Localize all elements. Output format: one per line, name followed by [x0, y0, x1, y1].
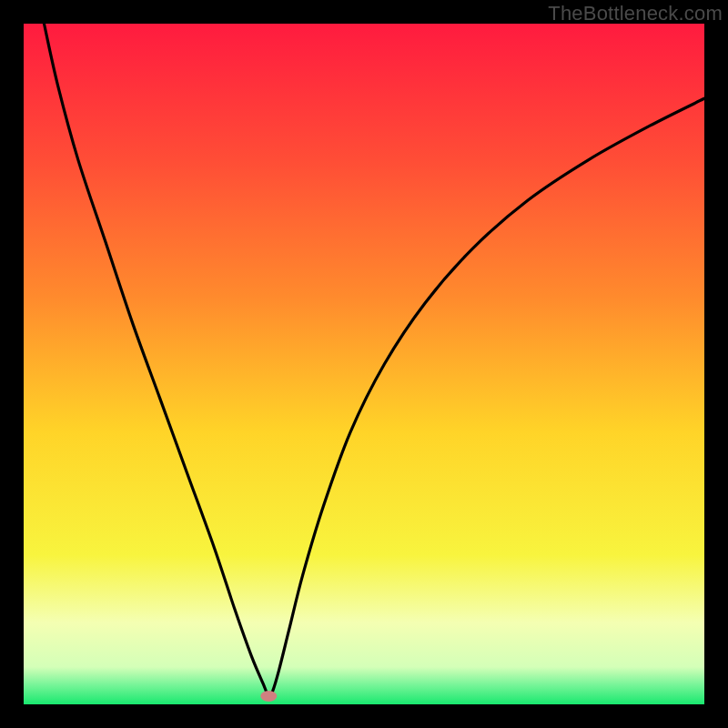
chart-frame — [24, 24, 704, 704]
watermark-text: TheBottleneck.com — [548, 2, 723, 25]
bottleneck-chart — [24, 24, 704, 704]
gradient-background — [24, 24, 704, 704]
optimal-point-marker — [260, 691, 277, 702]
